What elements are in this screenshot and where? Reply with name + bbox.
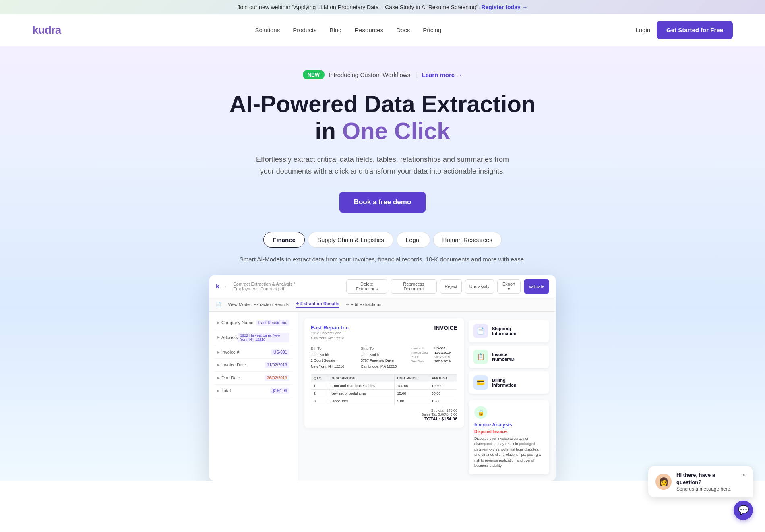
- field-invoice-num: Invoice # US-001: [214, 346, 293, 359]
- tab-extraction-results[interactable]: ✦ Extraction Results: [296, 301, 339, 308]
- get-started-button[interactable]: Get Started for Free: [657, 21, 733, 39]
- field-label-company: Company Name: [217, 320, 253, 325]
- invoice-card: East Repair Inc. 1912 Harvest LaneNew Yo…: [304, 318, 464, 428]
- invoice-id-icon: 📋: [473, 350, 488, 364]
- billing-icon: 💳: [473, 375, 488, 390]
- learn-more-link[interactable]: Learn more →: [422, 71, 462, 78]
- unclassify-btn[interactable]: Unclassify: [465, 279, 494, 294]
- nav-pricing[interactable]: Pricing: [423, 27, 441, 33]
- col-qty: QTY: [311, 375, 328, 382]
- nav-blog[interactable]: Blog: [329, 27, 341, 33]
- new-badge: NEW: [303, 70, 325, 79]
- nav-right: Login Get Started for Free: [635, 21, 733, 39]
- table-row: 1 Front and rear brake cables 100.00 100…: [311, 382, 457, 390]
- hero-subtitle: Effortlessly extract critical data field…: [250, 154, 515, 177]
- view-mode-text: View Mode : Extraction Results: [228, 302, 289, 307]
- export-btn[interactable]: Export ▾: [497, 279, 521, 294]
- chat-greeting: Hi there, have a question?: [676, 472, 737, 481]
- inv-billing: Bill To John Smith2 Court SquareNew York…: [311, 346, 457, 369]
- field-label-invoice: Invoice #: [217, 350, 239, 354]
- reject-btn[interactable]: Reject: [440, 279, 461, 294]
- field-label-address: Address: [217, 335, 238, 340]
- dash-body: Company Name East Repair Inc. Address 19…: [209, 312, 556, 481]
- inv-totals: Subtotal: 145.00 Sales Tax 5.00%: 5.00 T…: [311, 408, 457, 421]
- nav-products[interactable]: Products: [293, 27, 316, 33]
- badge-text: Introducing Custom Workflows.: [329, 71, 412, 78]
- top-banner: Join our new webinar "Applying LLM on Pr…: [0, 0, 765, 14]
- dashboard-container: k ← Contract Extraction & Analysis / Emp…: [209, 275, 556, 481]
- chat-widget: 👩 Hi there, have a question? Send us a m…: [648, 466, 753, 481]
- field-value-total: $154.06: [270, 388, 289, 394]
- dash-viewbar: 📄 View Mode : Extraction Results ✦ Extra…: [209, 298, 556, 312]
- inv-company-info: East Repair Inc. 1912 Harvest LaneNew Yo…: [311, 325, 350, 342]
- avatar-face: 👩: [655, 474, 672, 481]
- field-label-total: Total: [217, 388, 231, 393]
- nav-docs[interactable]: Docs: [396, 27, 410, 33]
- field-total: Total $154.06: [214, 385, 293, 397]
- logo-k: k: [32, 24, 38, 36]
- new-badge-row: NEW Introducing Custom Workflows. | Lear…: [8, 70, 757, 79]
- hero-title-accent: One Click: [342, 118, 450, 144]
- hero-title: AI-Powered Data Extraction in One Click: [221, 91, 544, 144]
- analysis-title: Invoice Analysis: [474, 422, 544, 428]
- field-label-inv-date: Invoice Date: [217, 362, 246, 367]
- nav-links: Solutions Products Blog Resources Docs P…: [255, 27, 441, 33]
- shipping-label: ShippingInformation: [492, 326, 517, 336]
- chat-text-area: Hi there, have a question? Send us a mes…: [676, 472, 737, 481]
- col-desc: DESCRIPTION: [328, 375, 395, 382]
- analysis-subtitle: Disputed Invoice:: [474, 429, 544, 434]
- tabs-row: Finance Supply Chain & Logistics Legal H…: [8, 232, 757, 248]
- col-unit: UNIT PRICE: [395, 375, 429, 382]
- field-due-date: Due Date 26/02/2019: [214, 372, 293, 385]
- logo: kudra: [32, 24, 61, 37]
- inv-company-name: East Repair Inc.: [311, 325, 350, 331]
- ship-to: Ship To John Smith3787 Pineview DriveCam…: [361, 346, 407, 369]
- nav-solutions[interactable]: Solutions: [255, 27, 280, 33]
- bill-to: Bill To John Smith2 Court SquareNew York…: [311, 346, 358, 369]
- inv-header: East Repair Inc. 1912 Harvest LaneNew Yo…: [311, 325, 457, 342]
- shipping-icon: 📄: [473, 324, 488, 338]
- dash-actions: Delete Extractions Reprocess Document Re…: [346, 279, 549, 294]
- billing-info-card: 💳 BillingInformation: [469, 371, 549, 394]
- field-value-inv-date: 11/02/2019: [265, 362, 289, 368]
- register-link[interactable]: Register today →: [481, 4, 527, 10]
- dashboard-wrapper: k ← Contract Extraction & Analysis / Emp…: [201, 275, 564, 481]
- col-amount: AMOUNT: [429, 375, 457, 382]
- field-value-due: 26/02/2019: [265, 375, 289, 381]
- login-button[interactable]: Login: [635, 27, 650, 33]
- analysis-card: 🔒 Invoice Analysis Disputed Invoice: Dis…: [469, 400, 549, 474]
- dash-logo: k: [216, 283, 219, 290]
- field-address: Address 1912 Harvest Lane, New York, NY …: [214, 329, 293, 346]
- book-demo-button[interactable]: Book a free demo: [339, 192, 426, 213]
- field-value-company: East Repair Inc.: [256, 320, 289, 326]
- analysis-icon: 🔒: [474, 406, 487, 419]
- tab-finance[interactable]: Finance: [263, 232, 305, 248]
- dash-breadcrumb: Contract Extraction & Analysis / Employm…: [233, 282, 341, 291]
- tab-edit-extractions[interactable]: ✏ Edit Extractions: [346, 302, 381, 307]
- field-value-invoice: US-001: [271, 349, 289, 355]
- invoice-area: East Repair Inc. 1912 Harvest LaneNew Yo…: [304, 318, 464, 474]
- table-row: 3 Labor 3hrs 5.00 15.00: [311, 397, 457, 405]
- view-mode-label: 📄: [216, 302, 221, 307]
- validate-btn[interactable]: Validate: [524, 279, 549, 294]
- tab-legal[interactable]: Legal: [397, 232, 430, 248]
- reprocess-btn[interactable]: Reprocess Document: [391, 279, 437, 294]
- field-invoice-date: Invoice Date 11/02/2019: [214, 359, 293, 372]
- field-company-name: Company Name East Repair Inc.: [214, 317, 293, 329]
- inv-address: 1912 Harvest LaneNew York, NY 12210: [311, 331, 350, 342]
- analysis-text: Disputes over invoice accuracy or discre…: [474, 436, 544, 469]
- inv-title: INVOICE: [434, 325, 457, 331]
- chat-avatar: 👩: [655, 474, 672, 481]
- side-cards: 📄 ShippingInformation 📋 InvoiceNumber/ID…: [469, 318, 549, 474]
- nav-resources[interactable]: Resources: [354, 27, 383, 33]
- invoice-id-label: InvoiceNumber/ID: [492, 352, 515, 362]
- dash-left-panel: Company Name East Repair Inc. Address 19…: [209, 312, 298, 481]
- invoice-number-card: 📋 InvoiceNumber/ID: [469, 346, 549, 368]
- chat-close-button[interactable]: ×: [742, 472, 746, 479]
- banner-text: Join our new webinar "Applying LLM on Pr…: [237, 4, 480, 10]
- delete-extractions-btn[interactable]: Delete Extractions: [346, 279, 387, 294]
- tab-supply-chain[interactable]: Supply Chain & Logistics: [308, 232, 393, 248]
- navbar: kudra Solutions Products Blog Resources …: [0, 14, 765, 46]
- tab-hr[interactable]: Human Resources: [433, 232, 502, 248]
- hero-section: NEW Introducing Custom Workflows. | Lear…: [0, 46, 765, 481]
